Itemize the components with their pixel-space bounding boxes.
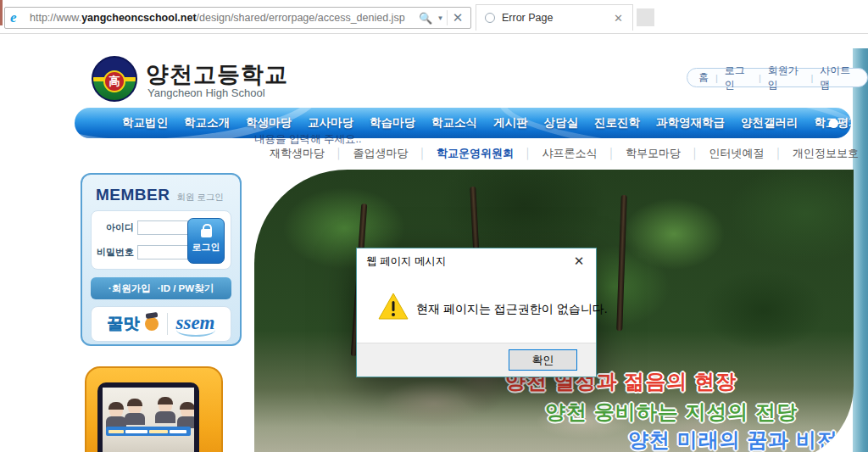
quick-link-login[interactable]: 로그인 (725, 64, 752, 92)
quick-link-signup[interactable]: 회원가입 (768, 64, 804, 92)
nav-end-dot (829, 119, 838, 128)
sub-navigation: 재학생마당│ 졸업생마당│ 학교운영위원회│ 샤프론소식│ 학부모마당│ 인터넷… (270, 146, 859, 161)
dialog-footer: 확인 (357, 343, 596, 377)
browser-chrome: e http://www.yangcheoncschool.net/design… (0, 0, 868, 34)
member-header: MEMBER 회원 로그인 (96, 186, 224, 204)
subnav-current-students[interactable]: 재학생마당 (270, 146, 325, 161)
tab-favicon-icon (485, 13, 495, 23)
nav-item-gallery[interactable]: 양천갤러리 (741, 115, 798, 131)
video-caption-bar (106, 427, 191, 436)
divider: │ (336, 148, 342, 159)
subnav-privacy[interactable]: 개인정보보호 (793, 146, 859, 161)
nav-item-teachers[interactable]: 교사마당 (308, 115, 353, 131)
signup-link[interactable]: ·회원가입 (108, 282, 151, 295)
chevron-down-icon[interactable]: ▼ (435, 8, 446, 27)
video-thumbnail[interactable] (103, 388, 194, 452)
subnav-netiquette[interactable]: 인터넷예절 (709, 146, 765, 161)
member-links-bar: ·회원가입 ·ID / PW찾기 (91, 277, 231, 299)
browser-tab[interactable]: Error Page ✕ (476, 4, 633, 31)
nav-item-learning[interactable]: 학습마당 (370, 115, 415, 131)
dialog-message: 현재 페이지는 접근권한이 없습니다. (416, 302, 608, 317)
member-subtitle: 회원 로그인 (176, 192, 223, 204)
warning-icon (378, 293, 409, 320)
stop-icon[interactable]: ✕ (448, 8, 467, 27)
nav-item-science[interactable]: 과학영재학급 (656, 115, 725, 131)
person-figure (155, 411, 175, 423)
main-navigation: 학교법인 학교소개 학생마당 교사마당 학습마당 학교소식 게시판 상담실 진로… (75, 108, 851, 138)
login-button-label: 로그인 (192, 241, 220, 254)
slogan-line-3: 양천 미래의 꿈과 비전 (628, 427, 838, 452)
subnav-parents[interactable]: 학부모마당 (626, 146, 681, 161)
dialog-titlebar[interactable]: 웹 페이지 메시지 ✕ (357, 248, 596, 274)
dialog-close-icon[interactable]: ✕ (562, 249, 596, 274)
url-prefix: http://www. (30, 12, 81, 24)
divider: │ (776, 148, 782, 159)
id-input[interactable] (137, 220, 188, 235)
lock-icon (201, 229, 212, 237)
emblem-character: 高 (103, 70, 125, 92)
page-edge-strip (853, 48, 868, 452)
partner-logos-panel: 꿀맛 ssem (91, 306, 231, 342)
school-emblem: 高 (92, 56, 137, 102)
search-icon[interactable]: 🔍 (416, 8, 435, 27)
nav-item-career[interactable]: 진로진학 (594, 115, 640, 131)
divider: | (810, 73, 813, 83)
url-path: /design/shared/errorpage/access_denied.j… (197, 12, 405, 24)
url-domain: yangcheoncschool.net (81, 12, 196, 24)
quick-links: 홈| 로그인| 회원가입| 사이트맵 (687, 68, 868, 87)
member-title: MEMBER (96, 186, 170, 204)
school-name: 양천고등학교 (146, 59, 288, 90)
login-button[interactable]: 로그인 (187, 218, 225, 264)
divider: │ (525, 148, 531, 159)
address-bar[interactable]: e http://www.yangcheoncschool.net/design… (4, 7, 471, 29)
divider: │ (692, 148, 698, 159)
subnav-school-committee[interactable]: 학교운영위원회 (437, 146, 514, 161)
nav-item-board[interactable]: 게시판 (493, 115, 528, 131)
slogan-line-2: 양천 웅비하는 지성의 전당 (545, 399, 798, 426)
nav-item-counsel[interactable]: 상담실 (544, 115, 579, 131)
ie-icon: e (10, 11, 25, 25)
school-name-english: Yangcheon High School (147, 86, 265, 99)
member-login-panel: MEMBER 회원 로그인 아이디 비밀번호 로그인 ·회원가입 ·ID / P… (81, 173, 242, 346)
window-edge (0, 0, 3, 25)
login-fields-panel: 아이디 비밀번호 로그인 (91, 210, 231, 270)
divider: | (715, 73, 718, 83)
password-label: 비밀번호 (97, 246, 134, 259)
ggulmat-logo[interactable]: 꿀맛 (108, 313, 140, 335)
dialog-title: 웹 페이지 메시지 (366, 254, 562, 269)
tab-title: Error Page (502, 12, 609, 24)
tree-trunk (616, 195, 627, 331)
divider: │ (420, 148, 426, 159)
new-tab-button[interactable] (637, 8, 654, 26)
subnav-alumni[interactable]: 졸업생마당 (353, 146, 409, 161)
nav-item-students[interactable]: 학생마당 (246, 115, 292, 131)
password-input[interactable] (137, 245, 188, 259)
ok-button[interactable]: 확인 (509, 349, 577, 371)
nav-item-news[interactable]: 학교소식 (431, 115, 477, 131)
stray-placeholder-text: 내용을 입력해 주세요.. (254, 132, 361, 147)
divider: | (759, 73, 761, 83)
find-id-pw-link[interactable]: ·ID / PW찾기 (158, 282, 214, 295)
divider (167, 313, 168, 335)
dialog-body: 현재 페이지는 접근권한이 없습니다. (357, 274, 596, 343)
ssem-logo[interactable]: ssem (176, 312, 215, 337)
quick-link-home[interactable]: 홈 (698, 70, 709, 85)
quick-link-sitemap[interactable]: 사이트맵 (820, 64, 856, 92)
subnav-chaperone-news[interactable]: 샤프론소식 (542, 146, 598, 161)
tv-video-widget (85, 366, 223, 452)
nav-item-foundation[interactable]: 학교법인 (122, 115, 168, 131)
tab-close-icon[interactable]: ✕ (609, 10, 627, 26)
url-text[interactable]: http://www.yangcheoncschool.net/design/s… (30, 12, 416, 24)
person-figure (125, 413, 145, 425)
ggulmat-mascot-icon (145, 317, 159, 331)
id-label: 아이디 (97, 221, 134, 234)
web-page-message-dialog: 웹 페이지 메시지 ✕ 현재 페이지는 접근권한이 없습니다. 확인 (356, 248, 597, 377)
tv-screen-frame (97, 382, 199, 452)
divider (447, 10, 448, 25)
nav-item-about[interactable]: 학교소개 (184, 115, 230, 131)
divider: │ (609, 148, 615, 159)
